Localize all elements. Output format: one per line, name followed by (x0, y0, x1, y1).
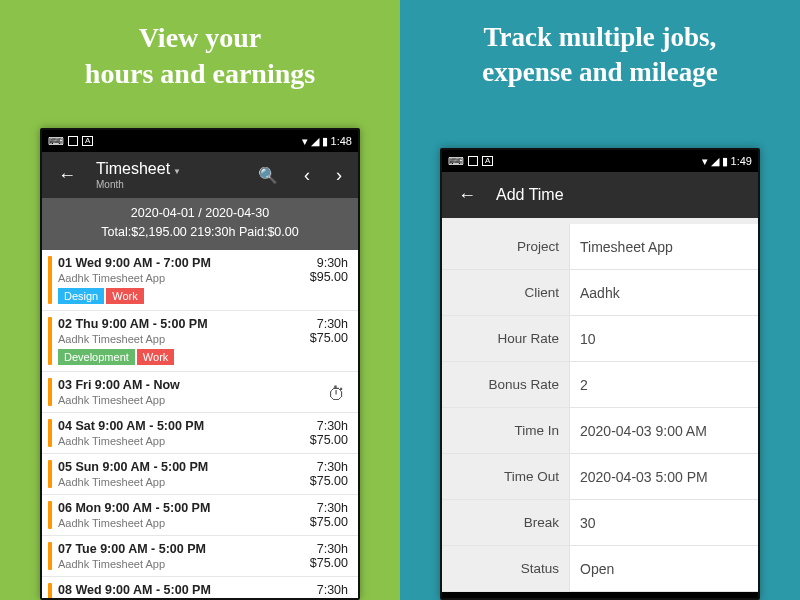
row-content: 07 Tue 9:00 AM - 5:00 PMAadhk Timesheet … (58, 542, 304, 570)
row-project: Aadhk Timesheet App (58, 476, 304, 488)
color-stripe (48, 501, 52, 529)
tag: Design (58, 288, 104, 304)
wifi-icon: ▾ (702, 156, 708, 167)
back-icon[interactable]: ← (52, 161, 82, 190)
label-time-out: Time Out (442, 454, 570, 499)
stopwatch-icon[interactable]: ⏱ (326, 384, 348, 406)
summary-range: 2020-04-01 / 2020-04-30 (46, 204, 354, 223)
prev-icon[interactable]: ‹ (298, 161, 316, 190)
wifi-icon: ▾ (302, 136, 308, 147)
status-bar: ⌨ A ▾ ◢ ▮ 1:49 (442, 150, 758, 172)
row-hours: 7:30h (310, 317, 348, 331)
table-row[interactable]: 07 Tue 9:00 AM - 5:00 PMAadhk Timesheet … (42, 536, 358, 577)
status-square-icon (68, 136, 78, 146)
row-project: Aadhk Timesheet App (58, 517, 304, 529)
row-amount: $75.00 (310, 556, 348, 570)
row-content: 06 Mon 9:00 AM - 5:00 PMAadhk Timesheet … (58, 501, 304, 529)
summary-bar: 2020-04-01 / 2020-04-30 Total:$2,195.00 … (42, 198, 358, 250)
row-content: 02 Thu 9:00 AM - 5:00 PMAadhk Timesheet … (58, 317, 304, 365)
field-time-out[interactable]: Time Out 2020-04-03 5:00 PM (442, 454, 758, 500)
headline-left-l2: hours and earnings (0, 56, 400, 92)
row-time-range: 04 Sat 9:00 AM - 5:00 PM (58, 419, 304, 433)
marketing-panel-left: View your hours and earnings ⌨ A ▾ ◢ ▮ 1… (0, 0, 400, 600)
battery-icon: ▮ (322, 136, 328, 147)
row-totals: 7:30h$75.00 (310, 501, 348, 529)
row-amount: $95.00 (310, 270, 348, 284)
row-totals: ⏱ (326, 378, 348, 406)
row-amount: $75.00 (310, 515, 348, 529)
row-time-range: 06 Mon 9:00 AM - 5:00 PM (58, 501, 304, 515)
field-bonus-rate[interactable]: Bonus Rate 2 (442, 362, 758, 408)
row-totals: 7:30h$75.00 (310, 583, 348, 601)
label-hour-rate: Hour Rate (442, 316, 570, 361)
row-project: Aadhk Timesheet App (58, 272, 304, 284)
value-break: 30 (570, 500, 758, 545)
title-dropdown[interactable]: Timesheet▼ Month (96, 160, 181, 191)
color-stripe (48, 460, 52, 488)
row-hours: 7:30h (310, 542, 348, 556)
row-time-range: 03 Fri 9:00 AM - Now (58, 378, 320, 392)
phone-addtime: ⌨ A ▾ ◢ ▮ 1:49 ← Add Time Project Timesh… (440, 148, 760, 600)
row-content: 03 Fri 9:00 AM - NowAadhk Timesheet App (58, 378, 320, 406)
row-time-range: 05 Sun 9:00 AM - 5:00 PM (58, 460, 304, 474)
label-bonus-rate: Bonus Rate (442, 362, 570, 407)
label-break: Break (442, 500, 570, 545)
tag: Work (137, 349, 174, 365)
headline-right-l1: Track multiple jobs, (400, 20, 800, 55)
field-time-in[interactable]: Time In 2020-04-03 9:00 AM (442, 408, 758, 454)
headline-left-l1: View your (0, 20, 400, 56)
label-client: Client (442, 270, 570, 315)
value-bonus-rate: 2 (570, 362, 758, 407)
table-row[interactable]: 04 Sat 9:00 AM - 5:00 PMAadhk Timesheet … (42, 413, 358, 454)
next-icon[interactable]: › (330, 161, 348, 190)
headline-left: View your hours and earnings (0, 0, 400, 107)
table-row[interactable]: 01 Wed 9:00 AM - 7:00 PMAadhk Timesheet … (42, 250, 358, 311)
color-stripe (48, 317, 52, 365)
battery-icon: ▮ (722, 156, 728, 167)
value-status: Open (570, 546, 758, 591)
table-row[interactable]: 02 Thu 9:00 AM - 5:00 PMAadhk Timesheet … (42, 311, 358, 372)
back-icon[interactable]: ← (452, 181, 482, 210)
field-hour-rate[interactable]: Hour Rate 10 (442, 316, 758, 362)
table-row[interactable]: 03 Fri 9:00 AM - NowAadhk Timesheet App⏱ (42, 372, 358, 413)
row-project: Aadhk Timesheet App (58, 333, 304, 345)
status-time: 1:49 (731, 155, 752, 167)
row-amount: $75.00 (310, 433, 348, 447)
keyboard-icon: ⌨ (48, 136, 64, 147)
app-bar: ← Add Time (442, 172, 758, 218)
row-totals: 9:30h$95.00 (310, 256, 348, 304)
appbar-title: Add Time (496, 186, 564, 204)
keyboard-icon: ⌨ (448, 156, 464, 167)
color-stripe (48, 542, 52, 570)
headline-right-l2: expense and mileage (400, 55, 800, 90)
color-stripe (48, 378, 52, 406)
summary-totals: Total:$2,195.00 219:30h Paid:$0.00 (46, 223, 354, 242)
field-client[interactable]: Client Aadhk (442, 270, 758, 316)
row-tags: DevelopmentWork (58, 349, 304, 365)
value-time-out: 2020-04-03 5:00 PM (570, 454, 758, 499)
marketing-panel-right: Track multiple jobs, expense and mileage… (400, 0, 800, 600)
row-totals: 7:30h$75.00 (310, 542, 348, 570)
field-project[interactable]: Project Timesheet App (442, 224, 758, 270)
row-time-range: 08 Wed 9:00 AM - 5:00 PM (58, 583, 304, 597)
label-status: Status (442, 546, 570, 591)
status-a-icon: A (82, 136, 93, 146)
row-hours: 7:30h (310, 501, 348, 515)
table-row[interactable]: 06 Mon 9:00 AM - 5:00 PMAadhk Timesheet … (42, 495, 358, 536)
row-hours: 7:30h (310, 583, 348, 597)
appbar-subtitle: Month (96, 179, 181, 190)
label-time-in: Time In (442, 408, 570, 453)
search-icon[interactable]: 🔍 (252, 162, 284, 189)
field-break[interactable]: Break 30 (442, 500, 758, 546)
row-project: Aadhk Timesheet App (58, 435, 304, 447)
row-hours: 7:30h (310, 419, 348, 433)
timesheet-list[interactable]: 01 Wed 9:00 AM - 7:00 PMAadhk Timesheet … (42, 250, 358, 601)
value-client: Aadhk (570, 270, 758, 315)
field-status[interactable]: Status Open (442, 546, 758, 592)
table-row[interactable]: 08 Wed 9:00 AM - 5:00 PMAadhk Timesheet … (42, 577, 358, 601)
color-stripe (48, 256, 52, 304)
tag: Work (106, 288, 143, 304)
table-row[interactable]: 05 Sun 9:00 AM - 5:00 PMAadhk Timesheet … (42, 454, 358, 495)
status-bar: ⌨ A ▾ ◢ ▮ 1:48 (42, 130, 358, 152)
row-content: 04 Sat 9:00 AM - 5:00 PMAadhk Timesheet … (58, 419, 304, 447)
